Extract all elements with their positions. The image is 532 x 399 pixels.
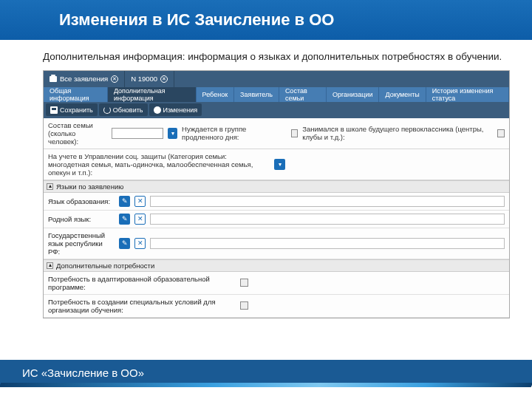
lang-value[interactable] [150,214,505,225]
save-icon [50,106,58,114]
need-row-adapted: Потребность в адаптированной образовател… [44,272,509,295]
window-tabs: Все заявления ✕ N 19000 ✕ [44,71,509,87]
tab-label: Все заявления [60,75,108,83]
slide-title: Изменения в ИС Зачисление в ОО [0,0,532,40]
clear-icon[interactable]: ✕ [134,214,146,225]
family-count-label: Состав семьи (сколько человек): [48,121,107,146]
need-checkbox[interactable] [240,301,248,310]
family-count-input[interactable] [112,128,163,139]
tab-label: N 19000 [131,75,157,83]
save-button[interactable]: Сохранить [46,103,98,116]
toolbar: Сохранить Обновить Изменения [44,102,509,118]
extended-day-label: Нуждается в группе продленного дня: [182,125,287,141]
need-checkbox[interactable] [240,279,248,287]
future-school-checkbox[interactable] [497,129,505,137]
refresh-button[interactable]: Обновить [99,103,148,116]
refresh-icon [103,106,111,114]
family-count-picker[interactable]: ▾ [168,128,177,139]
clear-icon[interactable]: ✕ [134,238,146,249]
soc-label: На учете в Управлении соц. защиты (Катег… [48,152,270,177]
footer-accent [0,383,532,387]
app-panel: Все заявления ✕ N 19000 ✕ Общая информац… [43,70,510,318]
need-row-special: Потребность в создании специальных услов… [44,295,509,318]
changes-button[interactable]: Изменения [149,103,202,116]
section-needs[interactable]: ▴ Дополнительные потребности [44,259,509,272]
lang-value[interactable] [150,238,505,249]
tab-family[interactable]: Состав семьи [279,87,327,102]
lang-label: Язык образования: [48,197,115,205]
tab-history[interactable]: История изменения статуса [426,87,509,102]
lang-row-native: Родной язык: ✎ ✕ [44,211,509,228]
footer-text: ИС «Зачисление в ОО» [22,366,144,379]
collapse-icon[interactable]: ▴ [47,262,53,269]
extended-day-checkbox[interactable] [291,129,299,137]
window-tab-all[interactable]: Все заявления ✕ [44,71,125,87]
section-title: Дополнительные потребности [56,262,154,270]
family-row: Состав семьи (сколько человек): ▾ Нуждае… [44,118,509,149]
window-tab-record[interactable]: N 19000 ✕ [125,71,174,87]
tab-additional[interactable]: Дополнительная информация [108,87,197,102]
soc-row: На учете в Управлении соц. защиты (Катег… [44,149,509,180]
edit-icon[interactable]: ✎ [119,196,130,207]
future-school-label: Занимался в школе будущего первоклассник… [302,125,493,141]
close-icon[interactable]: ✕ [160,75,168,83]
slide-subtitle: Дополнительная информация: информация о … [43,50,510,64]
lang-label: Родной язык: [48,215,115,223]
collapse-icon[interactable]: ▴ [47,183,53,190]
lang-row-state: Государственный язык республики РФ: ✎ ✕ [44,228,509,259]
section-languages[interactable]: ▴ Языки по заявлению [44,180,509,193]
changes-icon [154,106,161,114]
lang-value[interactable] [150,196,505,207]
tab-docs[interactable]: Документы [379,87,426,102]
section-title: Языки по заявлению [56,183,123,191]
form-tabs: Общая информация Дополнительная информац… [44,87,509,102]
edit-icon[interactable]: ✎ [119,214,130,225]
edit-icon[interactable]: ✎ [119,238,130,249]
tab-orgs[interactable]: Организации [327,87,379,102]
lang-label: Государственный язык республики РФ: [48,231,115,256]
clear-icon[interactable]: ✕ [134,196,146,207]
need-label: Потребность в создании специальных услов… [48,298,233,314]
tab-applicant[interactable]: Заявитель [234,87,279,102]
slide-footer: ИС «Зачисление в ОО» [0,360,532,387]
need-label: Потребность в адаптированной образовател… [48,275,233,291]
tab-general[interactable]: Общая информация [44,87,108,102]
lang-row-education: Язык образования: ✎ ✕ [44,193,509,211]
close-icon[interactable]: ✕ [111,75,118,83]
briefcase-icon [50,76,57,82]
soc-picker[interactable]: ▾ [274,159,285,170]
tab-child[interactable]: Ребенок [197,87,234,102]
